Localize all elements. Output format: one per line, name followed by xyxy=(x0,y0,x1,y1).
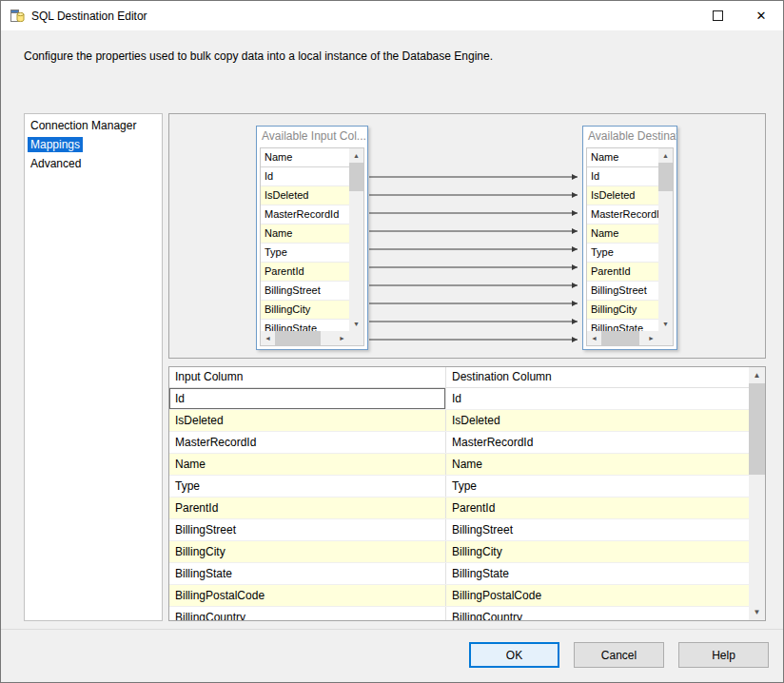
input-column-cell[interactable]: Id xyxy=(169,388,446,409)
sidebar-item-mappings[interactable]: Mappings xyxy=(25,136,162,155)
input-columns-name-header: Name xyxy=(261,148,349,167)
input-column-header: Input Column xyxy=(169,367,446,387)
destination-column-item[interactable]: BillingCity xyxy=(587,301,658,320)
scrollbar-thumb[interactable] xyxy=(658,163,673,191)
sidebar-item-label: Connection Manager xyxy=(28,118,139,133)
maximize-button[interactable] xyxy=(696,1,739,30)
mapping-row: Type Type xyxy=(169,476,749,498)
destination-column-item[interactable]: Type xyxy=(587,244,658,263)
destination-column-cell[interactable]: BillingState xyxy=(446,563,749,584)
input-column-item[interactable]: ParentId xyxy=(261,263,349,282)
destination-column-item[interactable]: BillingStreet xyxy=(587,282,658,301)
destination-column-cell[interactable]: Name xyxy=(446,454,749,475)
input-column-cell[interactable]: BillingCountry xyxy=(169,607,446,620)
mapping-table-vertical-scrollbar[interactable]: ▲ ▼ xyxy=(749,367,765,620)
scrollbar-thumb[interactable] xyxy=(601,331,639,345)
input-column-item[interactable]: Id xyxy=(261,167,349,186)
app-icon xyxy=(10,9,25,24)
mapping-table: Input Column Destination Column Id Id Is… xyxy=(168,366,766,621)
scroll-up-icon[interactable]: ▲ xyxy=(658,148,673,163)
scroll-right-icon[interactable]: ► xyxy=(335,331,349,345)
input-column-item[interactable]: BillingState xyxy=(261,320,349,331)
input-column-cell[interactable]: BillingState xyxy=(169,563,446,584)
ok-button[interactable]: OK xyxy=(469,642,559,668)
scrollbar-thumb[interactable] xyxy=(749,383,765,475)
input-column-cell[interactable]: MasterRecordId xyxy=(169,432,446,453)
scroll-left-icon[interactable]: ◄ xyxy=(587,331,601,345)
input-columns-horizontal-scrollbar[interactable]: ◄ ► xyxy=(261,331,349,345)
scroll-up-icon[interactable]: ▲ xyxy=(749,367,765,383)
input-column-cell[interactable]: BillingStreet xyxy=(169,519,446,540)
destination-columns-vertical-scrollbar[interactable]: ▲ ▼ xyxy=(658,148,673,331)
destination-column-item[interactable]: MasterRecordId xyxy=(587,205,658,224)
mapping-row: BillingCity BillingCity xyxy=(169,541,749,563)
input-column-item[interactable]: Type xyxy=(261,244,349,263)
mapping-row: BillingState BillingState xyxy=(169,563,749,585)
mapping-table-header: Input Column Destination Column xyxy=(169,367,749,388)
available-destination-columns-title: Available Destinati... xyxy=(583,127,676,146)
destination-columns-grid: Name Id IsDeleted MasterRecordId Name Ty… xyxy=(586,147,674,346)
input-column-item[interactable]: Name xyxy=(261,224,349,244)
destination-column-item[interactable]: BillingState xyxy=(587,320,658,331)
scroll-left-icon[interactable]: ◄ xyxy=(261,331,275,345)
available-input-columns-title: Available Input Col... xyxy=(257,127,367,146)
mapping-diagram-panel: Available Input Col... Name Id IsDeleted… xyxy=(168,113,766,359)
destination-column-item[interactable]: ParentId xyxy=(587,263,658,282)
help-button[interactable]: Help xyxy=(678,642,769,668)
mapping-row: ParentId ParentId xyxy=(169,498,749,519)
sidebar-item-label: Advanced xyxy=(28,156,84,171)
scrollbar-corner xyxy=(658,331,673,345)
destination-column-header: Destination Column xyxy=(446,367,749,387)
destination-columns-list: Name Id IsDeleted MasterRecordId Name Ty… xyxy=(587,148,658,331)
input-column-item[interactable]: BillingCity xyxy=(261,301,349,320)
available-destination-columns-box[interactable]: Available Destinati... Name Id IsDeleted… xyxy=(582,126,677,350)
input-column-cell[interactable]: BillingPostalCode xyxy=(169,585,446,606)
destination-column-cell[interactable]: IsDeleted xyxy=(446,410,749,431)
sql-destination-editor-window: SQL Destination Editor ✕ Configure the p… xyxy=(0,0,784,683)
destination-column-item[interactable]: Id xyxy=(587,167,658,186)
titlebar[interactable]: SQL Destination Editor ✕ xyxy=(1,1,783,30)
input-columns-grid: Name Id IsDeleted MasterRecordId Name Ty… xyxy=(260,147,364,346)
input-column-item[interactable]: IsDeleted xyxy=(261,186,349,205)
sidebar-item-advanced[interactable]: Advanced xyxy=(25,155,162,174)
footer-separator xyxy=(1,629,783,630)
scroll-down-icon[interactable]: ▼ xyxy=(349,317,363,331)
destination-column-cell[interactable]: BillingCity xyxy=(446,541,749,562)
input-column-cell[interactable]: Name xyxy=(169,454,446,475)
scroll-down-icon[interactable]: ▼ xyxy=(749,604,765,620)
mapping-row: BillingPostalCode BillingPostalCode xyxy=(169,585,749,607)
destination-columns-horizontal-scrollbar[interactable]: ◄ ► xyxy=(587,331,658,345)
scroll-up-icon[interactable]: ▲ xyxy=(349,148,363,163)
dialog-description: Configure the properties used to bulk co… xyxy=(24,49,755,63)
input-column-item[interactable]: BillingStreet xyxy=(261,282,349,301)
mapping-row: IsDeleted IsDeleted xyxy=(169,410,749,432)
scrollbar-thumb[interactable] xyxy=(349,163,363,191)
destination-column-cell[interactable]: Id xyxy=(446,388,749,409)
input-columns-vertical-scrollbar[interactable]: ▲ ▼ xyxy=(349,148,363,331)
cancel-button[interactable]: Cancel xyxy=(574,642,664,668)
destination-column-cell[interactable]: ParentId xyxy=(446,498,749,518)
input-column-cell[interactable]: ParentId xyxy=(169,498,446,518)
destination-column-cell[interactable]: BillingCountry xyxy=(446,607,749,620)
close-button[interactable]: ✕ xyxy=(739,1,783,30)
destination-column-cell[interactable]: MasterRecordId xyxy=(446,432,749,453)
scroll-down-icon[interactable]: ▼ xyxy=(658,317,673,331)
sidebar-item-label: Mappings xyxy=(28,137,83,152)
sidebar-item-connection-manager[interactable]: Connection Manager xyxy=(25,117,162,136)
scroll-right-icon[interactable]: ► xyxy=(644,331,658,345)
scrollbar-thumb[interactable] xyxy=(275,331,321,345)
scrollbar-corner xyxy=(349,331,363,345)
input-column-item[interactable]: MasterRecordId xyxy=(261,205,349,224)
mapping-row: MasterRecordId MasterRecordId xyxy=(169,432,749,454)
destination-column-item[interactable]: Name xyxy=(587,224,658,244)
destination-column-item[interactable]: IsDeleted xyxy=(587,186,658,205)
maximize-icon xyxy=(713,10,723,21)
available-input-columns-box[interactable]: Available Input Col... Name Id IsDeleted… xyxy=(256,126,368,350)
destination-column-cell[interactable]: BillingStreet xyxy=(446,519,749,540)
destination-column-cell[interactable]: BillingPostalCode xyxy=(446,585,749,606)
input-column-cell[interactable]: Type xyxy=(169,476,446,497)
mapping-table-content: Input Column Destination Column Id Id Is… xyxy=(169,367,749,620)
input-column-cell[interactable]: IsDeleted xyxy=(169,410,446,431)
input-column-cell[interactable]: BillingCity xyxy=(169,541,446,562)
destination-column-cell[interactable]: Type xyxy=(446,476,749,497)
